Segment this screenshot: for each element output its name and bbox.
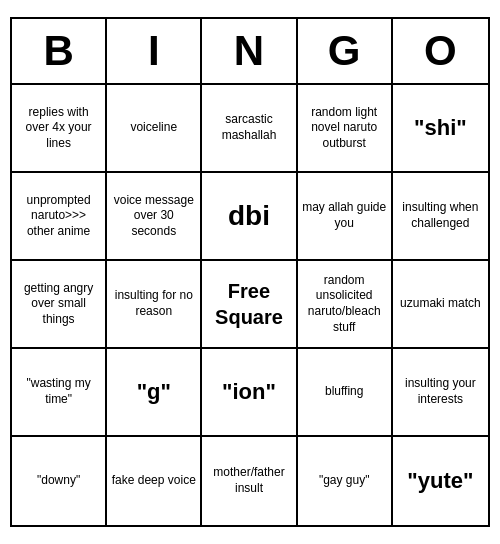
bingo-cell-17: "ion" — [202, 349, 297, 437]
bingo-cell-11: insulting for no reason — [107, 261, 202, 349]
bingo-cell-20: "downy" — [12, 437, 107, 525]
bingo-card: BINGO replies with over 4x your linesvoi… — [10, 17, 490, 527]
bingo-cell-2: sarcastic mashallah — [202, 85, 297, 173]
bingo-cell-1: voiceline — [107, 85, 202, 173]
bingo-letter-n: N — [202, 19, 297, 83]
bingo-cell-8: may allah guide you — [298, 173, 393, 261]
bingo-cell-15: "wasting my time" — [12, 349, 107, 437]
bingo-cell-21: fake deep voice — [107, 437, 202, 525]
bingo-letter-i: I — [107, 19, 202, 83]
bingo-cell-10: getting angry over small things — [12, 261, 107, 349]
bingo-letter-g: G — [298, 19, 393, 83]
bingo-cell-23: "gay guy" — [298, 437, 393, 525]
bingo-cell-9: insulting when challenged — [393, 173, 488, 261]
bingo-cell-13: random unsolicited naruto/bleach stuff — [298, 261, 393, 349]
bingo-cell-4: "shi" — [393, 85, 488, 173]
bingo-cell-16: "g" — [107, 349, 202, 437]
bingo-cell-19: insulting your interests — [393, 349, 488, 437]
bingo-letter-b: B — [12, 19, 107, 83]
bingo-cell-7: dbi — [202, 173, 297, 261]
bingo-cell-24: "yute" — [393, 437, 488, 525]
bingo-cell-3: random light novel naruto outburst — [298, 85, 393, 173]
bingo-cell-14: uzumaki match — [393, 261, 488, 349]
bingo-cell-18: bluffing — [298, 349, 393, 437]
bingo-header: BINGO — [12, 19, 488, 85]
bingo-grid: replies with over 4x your linesvoiceline… — [12, 85, 488, 525]
bingo-cell-0: replies with over 4x your lines — [12, 85, 107, 173]
bingo-letter-o: O — [393, 19, 488, 83]
bingo-cell-22: mother/father insult — [202, 437, 297, 525]
bingo-cell-6: voice message over 30 seconds — [107, 173, 202, 261]
bingo-cell-5: unprompted naruto>>> other anime — [12, 173, 107, 261]
bingo-cell-12: Free Square — [202, 261, 297, 349]
